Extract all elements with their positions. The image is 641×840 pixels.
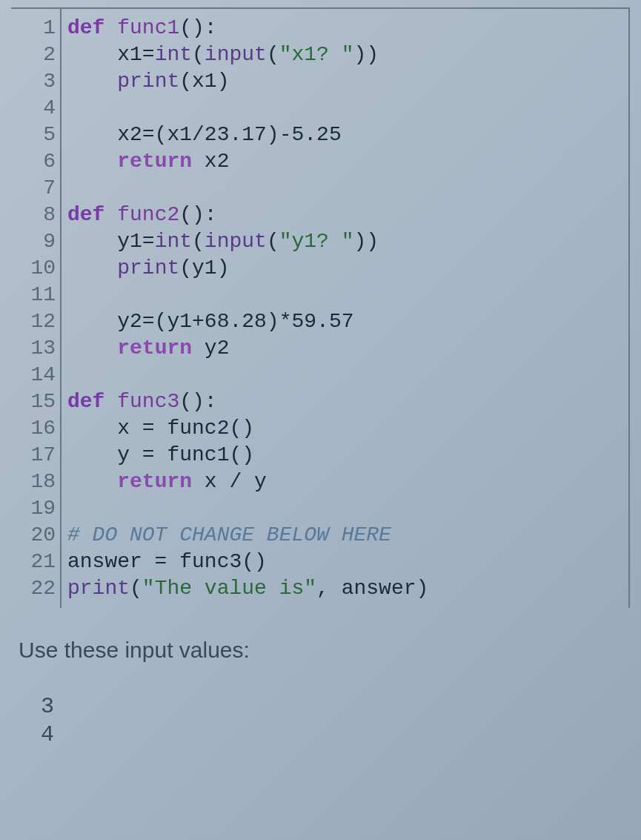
input-value: 4 (41, 721, 630, 749)
code-line[interactable]: x = func2() (67, 415, 628, 442)
code-line[interactable]: def func3(): (67, 388, 628, 415)
code-line[interactable]: x2=(x1/23.17)-5.25 (67, 122, 628, 148)
input-value: 3 (41, 692, 630, 721)
code-area[interactable]: def func1(): x1=int(input("x1? ")) print… (62, 9, 628, 608)
code-line[interactable]: x1=int(input("x1? ")) (67, 42, 628, 68)
line-number: 13 (11, 335, 56, 362)
line-number: 18 (11, 469, 56, 495)
code-line[interactable]: answer = func3() (67, 549, 628, 575)
line-number: 10 (11, 255, 56, 282)
code-line[interactable]: def func1(): (67, 15, 628, 42)
line-number: 19 (11, 495, 56, 522)
code-line[interactable]: return x / y (67, 469, 628, 495)
line-number: 12 (11, 308, 56, 335)
code-line[interactable]: y2=(y1+68.28)*59.57 (67, 308, 628, 335)
line-number: 3 (11, 68, 56, 95)
code-line[interactable] (67, 282, 628, 308)
code-line[interactable]: print(y1) (67, 255, 628, 282)
question-section: Use these input values: 34 (11, 638, 630, 749)
code-line[interactable] (67, 175, 628, 202)
code-line[interactable]: print(x1) (67, 68, 628, 95)
code-editor[interactable]: 12345678910111213141516171819202122 def … (11, 7, 630, 608)
line-number: 21 (11, 549, 56, 575)
line-number-gutter: 12345678910111213141516171819202122 (11, 9, 62, 608)
line-number: 20 (11, 522, 56, 549)
code-line[interactable]: return y2 (67, 335, 628, 362)
code-line[interactable]: print("The value is", answer) (67, 575, 628, 602)
code-line[interactable] (67, 95, 628, 122)
line-number: 11 (11, 282, 56, 308)
line-number: 14 (11, 362, 56, 388)
line-number: 9 (11, 228, 56, 255)
prompt-text: Use these input values: (19, 638, 630, 663)
code-line[interactable] (67, 495, 628, 522)
line-number: 8 (11, 202, 56, 228)
line-number: 2 (11, 42, 56, 68)
line-number: 22 (11, 575, 56, 602)
code-line[interactable]: y = func1() (67, 442, 628, 469)
code-line[interactable]: # DO NOT CHANGE BELOW HERE (67, 522, 628, 549)
line-number: 6 (11, 148, 56, 175)
line-number: 7 (11, 175, 56, 202)
line-number: 1 (11, 15, 56, 42)
line-number: 4 (11, 95, 56, 122)
line-number: 15 (11, 388, 56, 415)
line-number: 5 (11, 122, 56, 148)
input-values: 34 (19, 692, 630, 749)
line-number: 17 (11, 442, 56, 469)
code-line[interactable]: y1=int(input("y1? ")) (67, 228, 628, 255)
code-line[interactable]: def func2(): (67, 202, 628, 228)
code-line[interactable]: return x2 (67, 148, 628, 175)
code-line[interactable] (67, 362, 628, 388)
line-number: 16 (11, 415, 56, 442)
